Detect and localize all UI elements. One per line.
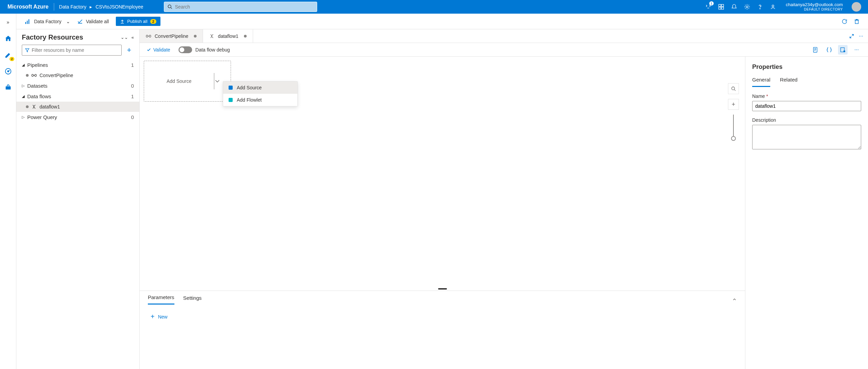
editor-tab[interactable]: ConvertPipeline [140, 29, 203, 43]
search-input[interactable] [175, 4, 313, 10]
description-input[interactable] [752, 125, 861, 149]
manage-button[interactable] [2, 82, 14, 93]
svg-rect-23 [149, 35, 151, 37]
svg-point-9 [772, 5, 774, 7]
new-parameter-button[interactable]: + New [151, 313, 734, 321]
label: dataflow1 [218, 33, 238, 39]
name-input[interactable] [752, 101, 861, 111]
collapse-left-icon[interactable]: « [131, 35, 134, 40]
dropdown-item[interactable]: Add Flowlet [223, 94, 297, 106]
caret-right-icon: ▷ [22, 115, 27, 119]
properties-pane: Properties GeneralRelated Name * Descrip… [745, 57, 868, 369]
slider-thumb[interactable] [731, 136, 736, 141]
plus-icon: + [151, 313, 155, 321]
more-icon[interactable]: ⋯ [859, 33, 863, 39]
azure-header: Microsoft Azure Data Factory ▸ CSVtoJSON… [0, 0, 868, 14]
chevron-right-icon: ▸ [90, 4, 92, 10]
debug-toggle-row: Data flow debug [179, 46, 230, 53]
header-icons: 1 chaitanya234y@outlook.com DEFAULT DIRE… [701, 2, 865, 12]
tree-group[interactable]: ◢Pipelines1 [16, 60, 139, 70]
directories-icon[interactable] [718, 3, 725, 10]
filter-icon [25, 48, 30, 53]
settings-icon[interactable] [744, 3, 750, 10]
dropdown-item[interactable]: Add Source [223, 82, 297, 94]
filter-input[interactable] [32, 47, 119, 53]
tab-type-icon [209, 34, 215, 39]
zoom-in-button[interactable]: + [728, 99, 739, 110]
author-button[interactable]: 2 [2, 49, 14, 61]
splitter-handle [438, 288, 447, 290]
tree-item[interactable]: ConvertPipeline [16, 70, 139, 80]
label: New [158, 314, 168, 320]
user-block[interactable]: chaitanya234y@outlook.com DEFAULT DIRECT… [786, 2, 843, 12]
editor-tab[interactable]: dataflow1 [203, 29, 253, 43]
tab-type-icon [146, 34, 151, 39]
divider [54, 3, 54, 11]
label: Add Source [144, 78, 214, 84]
filter-input-wrapper[interactable] [22, 45, 122, 56]
dataflow-canvas[interactable]: Add Source Add SourceAdd Flowlet [140, 57, 745, 287]
canvas-wrap: Add Source Add SourceAdd Flowlet [140, 57, 745, 369]
unsaved-indicator [26, 105, 29, 108]
breadcrumb-item[interactable]: Data Factory [59, 4, 86, 10]
user-directory: DEFAULT DIRECTORY [786, 8, 843, 12]
feedback-icon[interactable] [770, 3, 776, 10]
script-icon[interactable] [811, 45, 820, 55]
zoom-slider[interactable] [733, 115, 734, 138]
json-icon[interactable] [824, 45, 834, 55]
label: Validate all [86, 19, 109, 24]
splitter[interactable] [140, 287, 745, 291]
validate-all-button[interactable]: Validate all [77, 19, 109, 24]
label: Datasets [27, 83, 131, 89]
label: Power Query [27, 114, 131, 120]
add-source-placeholder[interactable]: Add Source [144, 61, 231, 102]
bottom-tab[interactable]: Parameters [148, 294, 174, 305]
search-box[interactable] [164, 2, 317, 12]
label: ConvertPipeline [40, 73, 73, 78]
add-resource-button[interactable]: + [124, 46, 134, 55]
zoom-fit-button[interactable] [728, 83, 739, 94]
collapse-icon[interactable] [732, 297, 737, 302]
refresh-button[interactable] [841, 18, 848, 25]
svg-rect-3 [719, 4, 721, 6]
brand-logo[interactable]: Microsoft Azure [3, 4, 52, 10]
label: dataflow1 [40, 104, 60, 109]
collapse-double-icon[interactable]: ⌄⌄ [121, 35, 128, 40]
bottom-tabs: ParametersSettings [140, 291, 745, 305]
unsaved-indicator [26, 74, 29, 77]
help-icon[interactable] [757, 3, 763, 10]
product-label: Data Factory [34, 19, 61, 24]
count: 1 [131, 93, 134, 99]
more-icon[interactable]: ⋯ [852, 45, 861, 55]
debug-toggle[interactable] [179, 46, 192, 53]
expand-rail-button[interactable]: » [2, 16, 14, 28]
description-field-label: Description [752, 117, 861, 123]
tree-item[interactable]: dataflow1 [16, 102, 139, 112]
chevron-down-icon: ⌄ [66, 19, 70, 24]
cloud-shell-icon[interactable]: 1 [705, 3, 712, 10]
svg-point-7 [746, 6, 748, 8]
bottom-panel: ParametersSettings + New [140, 291, 745, 369]
properties-tab[interactable]: Related [780, 77, 797, 87]
monitor-button[interactable] [2, 65, 14, 77]
breadcrumb-item[interactable]: CSVtoJSONEmployee [95, 4, 143, 10]
tree-group[interactable]: ◢Data flows1 [16, 91, 139, 102]
badge: 1 [709, 1, 714, 5]
discard-button[interactable] [854, 18, 860, 25]
properties-tab[interactable]: General [752, 77, 770, 87]
product-switcher[interactable]: Data Factory ⌄ [25, 19, 70, 24]
properties-tabs: GeneralRelated [752, 77, 861, 87]
expand-icon[interactable] [849, 34, 854, 39]
tree-group[interactable]: ▷Power Query0 [16, 112, 139, 122]
user-email: chaitanya234y@outlook.com [786, 2, 843, 8]
home-button[interactable] [2, 33, 14, 44]
debug-label: Data flow debug [196, 47, 230, 53]
notifications-icon[interactable] [731, 3, 738, 10]
tree-group[interactable]: ▷Datasets0 [16, 80, 139, 91]
avatar[interactable] [852, 2, 861, 12]
properties-icon[interactable] [838, 45, 848, 55]
validate-button[interactable]: Validate [146, 47, 170, 53]
publish-all-button[interactable]: Publish all 2 [116, 17, 160, 26]
bottom-tab[interactable]: Settings [183, 295, 202, 304]
item-icon [228, 85, 233, 90]
